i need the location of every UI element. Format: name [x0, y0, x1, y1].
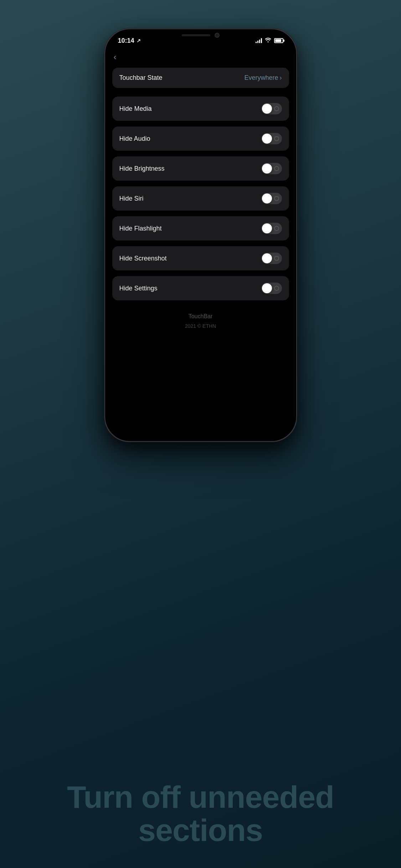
hide-settings-row[interactable]: Hide Settings: [112, 276, 289, 300]
hide-brightness-row[interactable]: Hide Brightness: [112, 156, 289, 181]
hide-audio-toggle-knob: [262, 134, 272, 144]
hide-siri-row[interactable]: Hide Siri: [112, 186, 289, 211]
hide-screenshot-label: Hide Screenshot: [119, 255, 167, 262]
signal-bar-1: [256, 42, 257, 43]
hide-screenshot-row[interactable]: Hide Screenshot: [112, 246, 289, 270]
tagline: Turn off unneeded sections: [0, 781, 401, 847]
hide-settings-toggle[interactable]: [261, 283, 282, 294]
battery-icon: [274, 38, 283, 43]
hide-siri-toggle-circle: [274, 196, 279, 201]
status-time: 10:14 ↗: [118, 37, 141, 45]
tagline-line2: sections: [138, 812, 263, 848]
footer-app-name: TouchBar: [112, 313, 289, 320]
hide-audio-row[interactable]: Hide Audio: [112, 126, 289, 151]
touchbar-state-nav-right: Everywhere ›: [244, 74, 282, 82]
hide-media-toggle[interactable]: [261, 103, 282, 114]
time-label: 10:14: [118, 37, 134, 45]
signal-bar-3: [259, 40, 260, 43]
hide-audio-toggle[interactable]: [261, 133, 282, 144]
hide-siri-label: Hide Siri: [119, 195, 144, 202]
tagline-text: Turn off unneeded sections: [14, 781, 387, 847]
hide-audio-toggle-circle: [274, 136, 279, 141]
battery-fill: [275, 39, 281, 42]
hide-media-label: Hide Media: [119, 105, 152, 113]
signal-bar-2: [257, 41, 258, 43]
hide-flashlight-toggle-circle: [274, 226, 279, 231]
hide-flashlight-row[interactable]: Hide Flashlight: [112, 216, 289, 241]
phone-frame: 10:14 ↗: [104, 29, 297, 442]
location-icon: ↗: [137, 38, 141, 43]
hide-audio-label: Hide Audio: [119, 135, 150, 143]
hide-flashlight-toggle-knob: [262, 223, 272, 233]
hide-media-toggle-circle: [274, 106, 279, 111]
tagline-line1: Turn off unneeded: [67, 779, 334, 815]
hide-flashlight-label: Hide Flashlight: [119, 225, 162, 232]
hide-media-toggle-knob: [262, 104, 272, 114]
hide-settings-toggle-knob: [262, 283, 272, 293]
hide-brightness-toggle[interactable]: [261, 163, 282, 174]
footer: TouchBar 2021 © ETHN: [112, 306, 289, 340]
touchbar-state-value: Everywhere: [244, 74, 278, 82]
signal-bar-4: [261, 38, 262, 43]
hide-brightness-label: Hide Brightness: [119, 165, 165, 172]
power-button[interactable]: [296, 100, 297, 133]
hide-media-row[interactable]: Hide Media: [112, 97, 289, 121]
status-icons: [256, 37, 283, 44]
hide-brightness-toggle-knob: [262, 164, 272, 174]
signal-bars: [256, 38, 262, 43]
touchbar-state-chevron-icon: ›: [280, 74, 282, 82]
hide-screenshot-toggle[interactable]: [261, 253, 282, 264]
settings-list: Hide MediaHide AudioHide BrightnessHide …: [112, 97, 289, 300]
hide-siri-toggle[interactable]: [261, 193, 282, 204]
phone-wrapper: 10:14 ↗: [104, 29, 297, 442]
footer-copyright: 2021 © ETHN: [112, 323, 289, 329]
hide-screenshot-toggle-circle: [274, 256, 279, 261]
hide-flashlight-toggle[interactable]: [261, 223, 282, 234]
phone-screen: 10:14 ↗: [105, 29, 296, 441]
touchbar-state-row[interactable]: Touchbar State Everywhere ›: [112, 68, 289, 88]
hide-settings-label: Hide Settings: [119, 285, 158, 292]
back-button[interactable]: ‹: [112, 49, 289, 68]
touchbar-state-label: Touchbar State: [119, 74, 163, 82]
back-chevron-icon: ‹: [114, 52, 117, 62]
wifi-icon: [265, 37, 271, 44]
status-bar: 10:14 ↗: [105, 29, 296, 49]
hide-screenshot-toggle-knob: [262, 253, 272, 263]
hide-settings-toggle-circle: [274, 286, 279, 291]
hide-brightness-toggle-circle: [274, 166, 279, 171]
hide-siri-toggle-knob: [262, 193, 272, 203]
screen-content: ‹ Touchbar State Everywhere › Hide Media…: [105, 49, 296, 340]
